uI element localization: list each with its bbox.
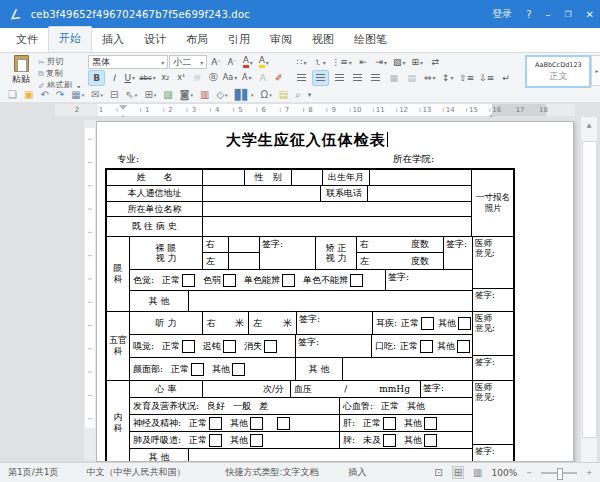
copy-button[interactable]: ⧉复制 [38,68,80,80]
screenshot-icon[interactable]: ◙▾ [180,90,193,100]
checkbox[interactable] [209,417,222,430]
checkbox[interactable] [383,434,396,447]
checkbox[interactable] [209,434,222,447]
maximize-button[interactable]: ❐ [564,10,571,19]
checkbox[interactable] [250,434,263,447]
tab-review[interactable]: 审阅 [260,28,302,52]
tab-references[interactable]: 引用 [218,28,260,52]
checkbox[interactable] [277,417,290,430]
corrected-vision-sign[interactable]: 签字: [444,237,476,269]
insert-table-icon[interactable]: ⊞▾ [144,90,156,100]
smell-sign[interactable]: 签字: [296,335,372,357]
tab-drawing-pen[interactable]: 绘图笔 [344,28,397,52]
login-button[interactable]: 登录 [492,7,512,21]
character-scale-button[interactable]: A▾ [239,71,254,85]
checkbox[interactable] [383,417,396,430]
multilevel-list-button[interactable]: ⋮≡▾ [330,55,353,69]
tab-view[interactable]: 视图 [302,28,344,52]
font-name-combobox[interactable]: 黑体▾ [88,55,168,69]
line-spacing-button[interactable]: ↕▾ [440,71,455,85]
vertical-ruler[interactable] [84,120,96,460]
find-icon[interactable]: ⌕ [295,90,301,100]
select-tool-icon[interactable]: ⇖▾ [125,90,137,100]
new-document-icon[interactable]: ❏ [8,90,17,100]
insert-shapes-icon[interactable]: ◇▾ [216,90,227,100]
document-page[interactable]: 大学生应征入伍体检表 专业: 所在学院: 姓 名 性 别 出生年月 [96,121,574,462]
checkbox[interactable] [250,417,263,430]
left-eye-input[interactable] [229,253,259,269]
history-input[interactable] [203,217,472,236]
strikethrough-button[interactable]: abc▾ [138,71,157,85]
help-button[interactable]: ? [526,9,531,20]
minimize-button[interactable]: – [545,9,550,20]
checkbox[interactable] [424,417,437,430]
align-left-button[interactable] [294,71,309,85]
undo-icon[interactable]: ↶ [40,90,48,100]
subscript-button[interactable]: x₂ [158,71,173,85]
zoom-in-icon[interactable]: + [586,469,592,477]
checkbox[interactable] [182,274,195,287]
paragraph-mark-button[interactable]: ↵ [498,71,513,85]
columns-button[interactable]: ▤ [404,71,419,85]
checkbox[interactable] [458,317,471,330]
open-folder-icon[interactable]: ▣ [24,90,33,100]
sticky-note-icon[interactable]: ▤ [279,90,288,100]
symbol-omega-icon[interactable]: Ω▾ [261,90,272,100]
page-indicator[interactable]: 第1页/共1页 [8,466,58,479]
bold-button[interactable]: B [88,70,105,86]
address-input[interactable] [203,186,321,201]
character-spacing-button[interactable]: ⇔▾ [422,71,437,85]
change-case-button[interactable]: Aa▾ [222,71,238,85]
eye-doctor-sign[interactable]: 签字: [473,289,515,310]
page-setup-button[interactable]: ▦ [386,71,401,85]
eye-other-input[interactable] [189,291,473,311]
grow-font-button[interactable]: A˄ [208,55,223,69]
web-layout-icon[interactable]: ▥ [473,467,482,478]
internal-sign-1[interactable]: 签字: [421,381,473,397]
toolbar-more-icon[interactable]: ▾ [308,90,312,100]
font-size-combobox[interactable]: 小二▾ [169,55,207,69]
numbering-button[interactable]: ⒈▾ [312,55,327,69]
superscript-button[interactable]: x¹ [174,71,189,85]
name-input[interactable] [203,170,245,185]
save-icon[interactable]: ▦▾ [71,90,84,100]
read-mode-icon[interactable]: ⊡ [434,467,442,478]
scrollbar-thumb[interactable] [582,141,597,438]
zoom-level[interactable]: 100% [492,468,518,478]
text-direction-button[interactable]: ⇄ [428,55,443,69]
checkbox[interactable] [282,274,295,287]
insert-mode-indicator[interactable]: 插入 [349,466,367,479]
checkbox[interactable] [350,274,363,287]
clear-formatting-button[interactable]: ✐ [271,71,286,85]
ent-doctor-sign[interactable]: 签字: [473,356,515,379]
phone-input[interactable] [368,186,474,201]
right-eye-input[interactable] [229,237,259,252]
checkbox[interactable] [232,363,245,376]
checkbox[interactable] [420,340,433,353]
vertical-scrollbar[interactable]: ▲ [581,117,597,462]
color-vision-sign[interactable]: 签字: [386,270,472,290]
zoom-slider-thumb[interactable] [557,468,563,480]
checkbox[interactable] [182,340,195,353]
close-button[interactable]: ✕ [586,9,594,20]
hearing-sign[interactable]: 签字: [297,312,373,334]
tab-insert[interactable]: 插入 [92,28,134,52]
increase-paragraph-indent-button[interactable]: ⇧≡ [458,71,475,85]
style-gallery-normal[interactable]: AaBbCcDd123 正文 [525,55,591,88]
print-layout-icon[interactable]: ⊞ [452,466,464,479]
shrink-font-button[interactable]: A˅ [224,55,239,69]
cut-button[interactable]: ✂剪切 [38,56,80,68]
enclose-characters-button[interactable]: ⓐ [206,71,221,85]
text-effects-button[interactable]: A [255,71,270,85]
align-center-button[interactable] [312,70,329,86]
distribute-button[interactable] [368,71,383,85]
justify-button[interactable] [350,71,365,85]
tab-design[interactable]: 设计 [134,28,176,52]
underline-button[interactable]: U▾ [122,71,137,85]
naked-vision-sign[interactable]: 签字: [260,237,316,269]
shading-button[interactable]: ▨▾ [392,55,407,69]
checkbox[interactable] [223,340,236,353]
bullets-button[interactable]: ∷▾ [294,55,309,69]
checkbox[interactable] [457,340,470,353]
print-icon[interactable]: ⊟ [110,90,118,100]
